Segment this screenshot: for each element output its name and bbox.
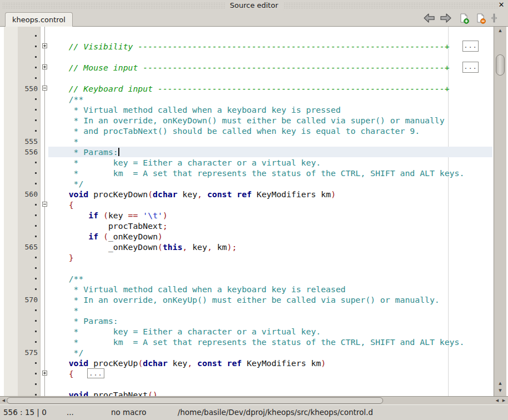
code-line[interactable]: 570 * In an override, onKeyUp() must eit…: [0, 294, 508, 305]
code-line[interactable]: void procTabNext(): [0, 389, 508, 396]
source-editor-window: Source editor ✕ kheops.control // Visibi…: [0, 0, 508, 420]
code-line[interactable]: /**: [0, 94, 508, 104]
line-dot: [35, 204, 37, 206]
line-dot: [35, 172, 37, 174]
code-text: * Params:: [49, 316, 118, 326]
code-line[interactable]: * km = A set that represents the status …: [0, 337, 508, 347]
code-line[interactable]: 565 _onKeyDown(this, key, km);: [0, 242, 508, 252]
code-text: _onKeyDown(this, key, km);: [49, 242, 237, 252]
code-line[interactable]: [0, 31, 508, 41]
line-dot: [35, 267, 37, 269]
title-bar: Source editor ✕: [0, 0, 508, 11]
code-text: * In an override, onKeyUp() must either …: [49, 294, 440, 305]
code-text: // Mouse input -------------------------…: [49, 62, 450, 73]
horizontal-scrollbar-thumb[interactable]: [7, 397, 383, 404]
code-line[interactable]: procTabNext;: [0, 221, 508, 231]
code-line[interactable]: [0, 263, 508, 273]
code-line[interactable]: [0, 73, 508, 83]
code-line[interactable]: }: [0, 252, 508, 263]
close-icon[interactable]: ✕: [497, 1, 506, 9]
code-line[interactable]: 550 // Keyboard input ------------------…: [0, 83, 508, 94]
collapsed-fold-box[interactable]: ...: [462, 62, 479, 73]
document-minus-icon: [476, 16, 486, 26]
line-dot: [35, 278, 37, 279]
code-text: * Params:: [49, 147, 119, 157]
code-text: /**: [49, 94, 83, 104]
line-dot: [35, 320, 37, 322]
tab-kheops-control[interactable]: kheops.control: [5, 12, 73, 27]
code-line[interactable]: * key = Either a character or a virtual …: [0, 326, 508, 337]
line-dot: [35, 309, 37, 311]
line-dot: [35, 67, 37, 68]
line-dot: [35, 162, 37, 163]
code-line[interactable]: * In an override, onKeyDown() must eithe…: [0, 115, 508, 126]
code-line[interactable]: 560 void procKeyDown(dchar key, const re…: [0, 189, 508, 199]
code-text: }: [49, 252, 74, 263]
code-line[interactable]: */: [0, 178, 508, 189]
close-document-button[interactable]: [475, 13, 487, 24]
code-text: * key = Either a character or a virtual …: [49, 157, 321, 168]
fold-toggle-icon[interactable]: [42, 64, 47, 69]
navigate-back-button[interactable]: [423, 13, 435, 24]
navigate-forward-button[interactable]: [440, 13, 452, 24]
code-line[interactable]: [0, 379, 508, 389]
code-rows: // Visibility --------------------------…: [0, 31, 508, 396]
code-line[interactable]: * key = Either a character or a virtual …: [0, 157, 508, 168]
line-number: 556: [0, 147, 38, 157]
splitter-icon: [490, 14, 498, 25]
file-path: /home/basile/Dev/dproj/kheops/src/kheops…: [178, 405, 373, 419]
collapsed-fold-box[interactable]: ...: [462, 41, 479, 52]
code-line[interactable]: * and procTabNext() should be called whe…: [0, 126, 508, 136]
code-text: *: [49, 305, 78, 316]
code-text: * Virtual method called when a keyboard …: [49, 284, 346, 294]
arrow-left-icon: [424, 14, 435, 25]
code-line[interactable]: // Visibility --------------------------…: [0, 41, 508, 52]
scroll-right-icon[interactable]: ▶: [500, 397, 507, 404]
code-line[interactable]: void procKeyUp(dchar key, const ref KeyM…: [0, 358, 508, 368]
code-line[interactable]: * Virtual method called when a keyboard …: [0, 284, 508, 294]
code-text: void procKeyDown(dchar key, const ref Ke…: [49, 189, 336, 199]
code-line[interactable]: 556 * Params:: [0, 147, 508, 157]
split-view-button[interactable]: [490, 13, 499, 24]
code-text: void procTabNext(): [49, 389, 158, 396]
code-text: {: [49, 199, 74, 210]
fold-toggle-icon[interactable]: [42, 371, 47, 376]
line-number: 550: [0, 84, 38, 94]
arrow-right-icon: [440, 14, 451, 25]
code-line[interactable]: *: [0, 305, 508, 316]
horizontal-scrollbar[interactable]: ◀ ◀ ▶: [0, 396, 508, 404]
code-text: * km = A set that represents the status …: [49, 337, 464, 347]
code-text: {: [49, 368, 74, 379]
code-text: * key = Either a character or a virtual …: [49, 326, 321, 337]
code-text: // Keyboard input ----------------------…: [49, 83, 450, 94]
code-line[interactable]: * Virtual method called when a keyboard …: [0, 104, 508, 115]
line-dot: [35, 236, 37, 237]
fold-toggle-icon[interactable]: [42, 86, 47, 91]
code-line[interactable]: /**: [0, 273, 508, 284]
code-line[interactable]: 555 *: [0, 136, 508, 147]
editor[interactable]: // Visibility --------------------------…: [0, 27, 508, 396]
line-dot: [35, 214, 37, 216]
line-dot: [35, 130, 37, 132]
code-line[interactable]: // Mouse input -------------------------…: [0, 62, 508, 73]
code-line[interactable]: if (_onKeyDown): [0, 231, 508, 242]
code-text: procTabNext;: [49, 221, 168, 231]
code-text: if (_onKeyDown): [49, 231, 163, 242]
code-line[interactable]: [0, 52, 508, 62]
fold-toggle-icon[interactable]: [42, 43, 47, 48]
code-line[interactable]: if (key == '\t'): [0, 210, 508, 221]
collapsed-fold-box[interactable]: ...: [87, 368, 104, 378]
code-line[interactable]: {...: [0, 368, 508, 379]
fold-toggle-icon[interactable]: [42, 202, 47, 207]
code-line[interactable]: 575 */: [0, 347, 508, 358]
code-text: /**: [49, 273, 83, 284]
status-bar: 556 : 15 | 0 ... no macro /home/basile/D…: [0, 404, 508, 420]
code-line[interactable]: * Params:: [0, 316, 508, 326]
new-document-button[interactable]: [458, 13, 470, 24]
code-text: */: [49, 347, 83, 358]
line-dot: [35, 183, 37, 184]
line-dot: [35, 362, 37, 364]
code-line[interactable]: {: [0, 199, 508, 210]
line-number: 555: [0, 137, 38, 147]
code-line[interactable]: * km = A set that represents the status …: [0, 168, 508, 178]
